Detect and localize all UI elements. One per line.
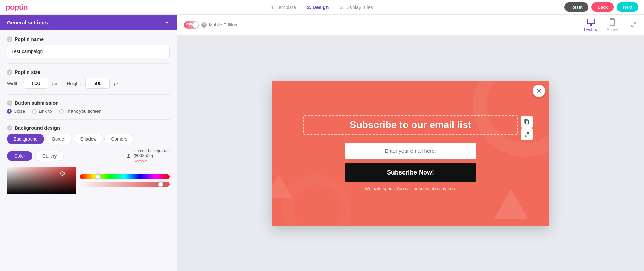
general-settings-title: General settings [7,19,48,25]
hue-slider[interactable] [80,174,170,179]
poptin-name-label: Poptin name [15,36,44,42]
email-input-wrap [345,143,476,159]
tab-shadow[interactable]: Shadow [74,134,103,144]
preview-toolbar: OFF ? Mobile Editing Desktop Mobile [177,15,644,35]
radio-link-label: Link to [39,109,52,114]
color-pill[interactable]: Color [7,151,32,161]
popup-title-wrapper[interactable]: Subscribe to our email list [303,115,518,135]
hue-thumb[interactable] [95,174,101,179]
main-layout: General settings ? Poptin name ? Poptin … [0,15,644,271]
toggle-wrap[interactable]: OFF [184,21,199,29]
divider-2 [7,94,170,95]
desktop-icon-btn[interactable]: Desktop [584,18,598,32]
tab-background[interactable]: Background [7,134,44,144]
color-gradient[interactable] [7,167,76,194]
logo: poptin [6,3,28,12]
help-icon-name[interactable]: ? [7,36,12,42]
tab-border[interactable]: Border [45,134,72,144]
close-button[interactable]: ✕ [533,85,545,97]
remove-label[interactable]: Remove [134,159,170,163]
upload-background-label[interactable]: Upload background (800X500) Remove [126,149,170,163]
topbar: poptin 1. Template 2. Design 3. Display … [0,0,644,15]
toggle-knob [192,22,198,28]
opacity-slider[interactable] [80,182,170,187]
poptin-size-label: Poptin size [15,69,40,75]
expand-icon[interactable] [630,21,637,29]
spam-text: We hate spam. You can unsubscribe anytim… [365,186,456,191]
next-button[interactable]: Next [617,2,638,12]
panel-body: ? Poptin name ? Poptin size Width: px He… [0,30,177,201]
device-icons: Desktop Mobile [584,18,618,32]
chevron-down-icon [164,20,170,25]
resize-title-button[interactable] [521,128,533,140]
subscribe-button[interactable]: Subscribe Now! [345,163,476,182]
divider-1 [7,63,170,64]
radio-dot-thankyou [59,109,64,114]
popup-title: Subscribe to our email list [311,119,510,130]
color-sliders [80,167,170,194]
preview-canvas: ✕ Subscribe to our email list [177,35,644,271]
poptin-name-field-label: ? Poptin name [7,36,170,42]
help-icon-bg[interactable]: ? [7,125,12,131]
radio-thankyou-label: Thank you screen [66,109,101,114]
size-fields: Width: px Height: px [7,78,170,89]
gradient-thumb[interactable] [60,171,65,176]
right-panel: OFF ? Mobile Editing Desktop Mobile [177,15,644,271]
radio-close-label: Close [14,109,25,114]
back-button[interactable]: Back [591,2,614,12]
radio-dot-close [7,109,12,114]
mobile-toggle[interactable]: OFF [184,21,199,29]
help-icon-size[interactable]: ? [7,69,12,75]
mobile-label: Mobile [607,27,618,32]
background-design-text: Background design [15,125,60,131]
mobile-editing-label: Mobile Editing [209,22,237,27]
email-input[interactable] [345,143,476,159]
opacity-thumb[interactable] [158,181,163,187]
background-tabs: Background Border Shadow Corners [7,134,170,144]
mobile-editing-toggle: OFF ? Mobile Editing [184,21,237,29]
steps: 1. Template 2. Design 3. Display rules [271,5,373,10]
help-icon-submission[interactable]: ? [7,100,12,106]
radio-thank-you[interactable]: Thank you screen [59,109,101,114]
resize-icon [524,132,529,137]
deco-circle-2 [282,174,351,226]
copy-icon [524,119,529,125]
desktop-label: Desktop [584,27,598,32]
general-settings-header[interactable]: General settings [0,15,177,30]
height-input[interactable] [85,78,110,89]
button-submission-text: Button submission [15,100,59,106]
step-template: 1. Template [271,5,296,10]
width-input[interactable] [24,78,48,89]
px-label-height: px [114,81,119,86]
toggle-text: OFF [186,23,192,26]
desktop-icon [587,18,595,26]
popup-preview: ✕ Subscribe to our email list [272,81,549,226]
copy-title-button[interactable] [521,116,533,128]
mobile-icon-btn[interactable]: Mobile [607,18,618,32]
upload-text: Upload background (800X500) Remove [134,149,170,163]
radio-close[interactable]: Close [7,109,25,114]
color-gallery-row: Color Gallery Upload background (800X500… [7,149,170,163]
height-label: Height: [67,81,81,86]
step-display-rules: 3. Display rules [340,5,373,10]
upload-icon [126,153,132,159]
gallery-pill[interactable]: Gallery [35,151,64,161]
expand-arrows-icon [630,21,637,28]
divider-3 [7,119,170,120]
tab-corners[interactable]: Corners [104,134,134,144]
reset-button[interactable]: Reset [564,2,588,12]
deco-triangle-2 [272,174,293,198]
color-picker-area [7,167,170,194]
width-label: Width: [7,81,20,86]
radio-link-to[interactable]: Link to [32,109,52,114]
button-submission-label: ? Button submission [7,100,170,106]
topbar-actions: Reset Back Next [564,2,638,12]
help-icon-mobile[interactable]: ? [201,22,207,28]
radio-group: Close Link to Thank you screen [7,109,170,114]
mobile-icon [608,18,616,26]
px-label-width: px [52,81,57,86]
poptin-name-input[interactable] [7,45,170,58]
deco-triangle-1 [494,189,528,219]
background-design-label: ? Background design [7,125,170,131]
step-design: 2. Design [307,5,329,10]
